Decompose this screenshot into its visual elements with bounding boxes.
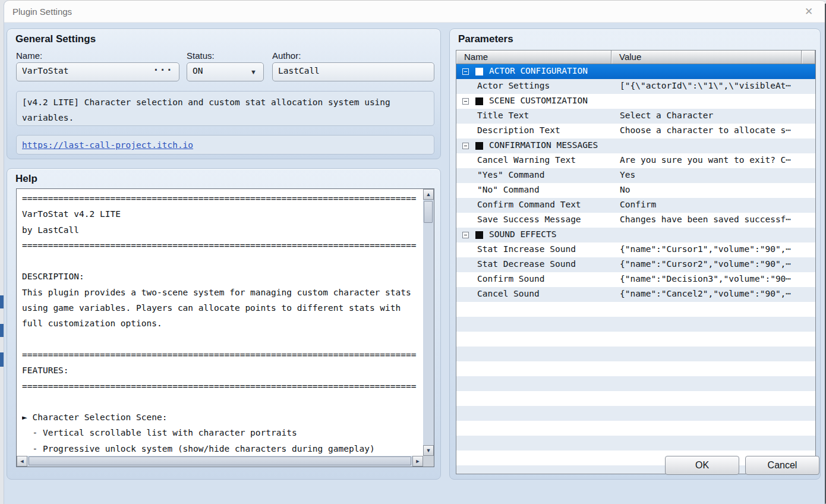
ok-button[interactable]: OK <box>665 456 739 475</box>
general-settings-panel: General Settings Name: Status: Author: V… <box>7 29 441 159</box>
name-value: VarToStat <box>22 66 69 75</box>
table-row[interactable]: Save Success MessageChanges have been sa… <box>456 213 815 228</box>
table-row-empty <box>456 361 815 376</box>
table-row-group[interactable]: SOUND EFFECTS <box>456 228 815 242</box>
vertical-scrollbar[interactable]: ▲ ▼ <box>423 189 434 456</box>
collapse-icon[interactable] <box>462 143 469 149</box>
name-input[interactable]: VarToStat ··· <box>16 62 179 81</box>
param-value: Changes have been saved successf⋯ <box>620 215 791 224</box>
column-header-value[interactable]: Value <box>611 51 802 64</box>
scroll-right-icon[interactable]: ► <box>412 456 423 467</box>
status-select[interactable]: ON ▼ <box>187 62 264 81</box>
titlebar[interactable]: Plugin Settings ✕ <box>4 0 826 23</box>
cancel-button[interactable]: Cancel <box>745 456 819 475</box>
param-name: "Yes" Command <box>477 170 545 179</box>
param-value: {"name":"Cursor1","volume":"90",⋯ <box>620 244 791 254</box>
table-row-group[interactable]: CONFIRMATION MESSAGES <box>456 138 815 153</box>
param-name: Save Success Message <box>477 215 581 224</box>
table-row[interactable]: Stat Increase Sound{"name":"Cursor1","vo… <box>456 242 815 257</box>
group-square-icon <box>475 231 483 239</box>
scroll-down-icon[interactable]: ▼ <box>423 445 434 456</box>
scroll-left-icon[interactable]: ◄ <box>17 456 27 467</box>
table-row[interactable]: Confirm Command TextConfirm <box>456 198 815 213</box>
param-name: Stat Decrease Sound <box>477 259 576 269</box>
plugin-settings-dialog: Plugin Settings ✕ General Settings Name:… <box>4 0 826 504</box>
table-row-empty <box>456 376 815 391</box>
name-label: Name: <box>16 51 42 61</box>
plugin-link[interactable]: https://last-call-project.itch.io <box>22 140 193 150</box>
table-row-empty <box>456 391 815 406</box>
param-value: Are you sure you want to exit? C⋯ <box>620 155 791 165</box>
link-box: https://last-call-project.itch.io <box>16 135 434 155</box>
table-rows: ACTOR CONFIGURATIONActor Settings["{\"ac… <box>456 64 815 474</box>
param-value: {"name":"Cursor2","volume":"90",⋯ <box>620 259 791 269</box>
description-box: [v4.2 LITE] Character selection and cust… <box>16 91 434 126</box>
param-value: {"name":"Cancel2","volume":"90",⋯ <box>620 289 791 298</box>
help-text: ========================================… <box>22 191 422 455</box>
param-value: Confirm <box>620 200 656 209</box>
param-value: Select a Character <box>620 111 713 120</box>
param-name: "No" Command <box>477 185 540 194</box>
window-title: Plugin Settings <box>12 7 72 17</box>
parameters-panel: Parameters Name Value ACTOR CONFIGURATIO… <box>449 29 821 480</box>
table-row[interactable]: Cancel Sound{"name":"Cancel2","volume":"… <box>456 287 815 302</box>
table-row[interactable]: Description TextChoose a character to al… <box>456 124 815 138</box>
param-name: Title Text <box>477 111 529 120</box>
vertical-scroll-thumb[interactable] <box>424 201 433 223</box>
group-name: CONFIRMATION MESSAGES <box>489 140 598 150</box>
param-name: Actor Settings <box>477 81 550 90</box>
table-row-empty <box>456 436 815 451</box>
scrollbar-corner <box>423 456 434 467</box>
group-square-icon <box>475 97 483 105</box>
table-row-empty <box>456 317 815 332</box>
collapse-icon[interactable] <box>462 68 469 75</box>
param-value: Yes <box>620 170 635 179</box>
help-panel: Help ===================================… <box>7 168 441 480</box>
description-text: [v4.2 LITE] Character selection and cust… <box>22 94 428 125</box>
table-row[interactable]: Actor Settings["{\"actorId\":\"1\",\"vis… <box>456 79 815 94</box>
param-value: {"name":"Decision3","volume":"90⋯ <box>620 274 791 284</box>
horizontal-scrollbar[interactable]: ◄ ► <box>17 456 423 467</box>
chevron-down-icon[interactable]: ▼ <box>250 68 257 75</box>
table-row[interactable]: Stat Decrease Sound{"name":"Cursor2","vo… <box>456 257 815 272</box>
table-header: Name Value <box>456 51 815 64</box>
collapse-icon[interactable] <box>462 98 469 105</box>
param-name: Stat Increase Sound <box>477 244 576 254</box>
param-name: Description Text <box>477 125 560 135</box>
author-value: LastCall <box>278 66 320 75</box>
column-header-name[interactable]: Name <box>456 51 611 64</box>
param-value: ["{\"actorId\":\"1\",\"visibleAt⋯ <box>620 81 791 90</box>
help-title: Help <box>15 173 37 185</box>
horizontal-scroll-thumb[interactable] <box>29 456 411 465</box>
group-name: ACTOR CONFIGURATION <box>489 66 588 75</box>
table-row-group[interactable]: SCENE CUSTOMIZATION <box>456 94 815 109</box>
table-row-empty <box>456 346 815 361</box>
table-row[interactable]: "No" CommandNo <box>456 183 815 198</box>
author-input[interactable]: LastCall <box>272 62 434 81</box>
general-settings-title: General Settings <box>15 33 96 45</box>
table-row[interactable]: Title TextSelect a Character <box>456 109 815 124</box>
parameters-table: Name Value ACTOR CONFIGURATIONActor Sett… <box>456 50 816 474</box>
parameters-title: Parameters <box>458 33 513 45</box>
group-name: SCENE CUSTOMIZATION <box>489 96 588 105</box>
close-icon[interactable]: ✕ <box>801 4 816 20</box>
table-row-empty <box>456 421 815 436</box>
table-row[interactable]: Confirm Sound{"name":"Decision3","volume… <box>456 272 815 287</box>
table-row-group[interactable]: ACTOR CONFIGURATION <box>456 64 815 79</box>
scroll-up-icon[interactable]: ▲ <box>423 189 434 200</box>
group-name: SOUND EFFECTS <box>489 229 557 239</box>
browse-button[interactable]: ··· <box>153 64 173 76</box>
group-square-icon <box>475 68 483 75</box>
param-name: Confirm Command Text <box>477 200 581 209</box>
author-label: Author: <box>272 51 301 61</box>
table-row[interactable]: Cancel Warning TextAre you sure you want… <box>456 153 815 168</box>
table-row-empty <box>456 302 815 317</box>
status-label: Status: <box>187 51 215 61</box>
status-value: ON <box>193 66 203 75</box>
param-name: Cancel Warning Text <box>477 155 576 165</box>
param-name: Cancel Sound <box>477 289 540 298</box>
param-name: Confirm Sound <box>477 274 545 284</box>
help-textarea[interactable]: ========================================… <box>16 188 434 467</box>
table-row[interactable]: "Yes" CommandYes <box>456 168 815 183</box>
collapse-icon[interactable] <box>462 232 469 238</box>
